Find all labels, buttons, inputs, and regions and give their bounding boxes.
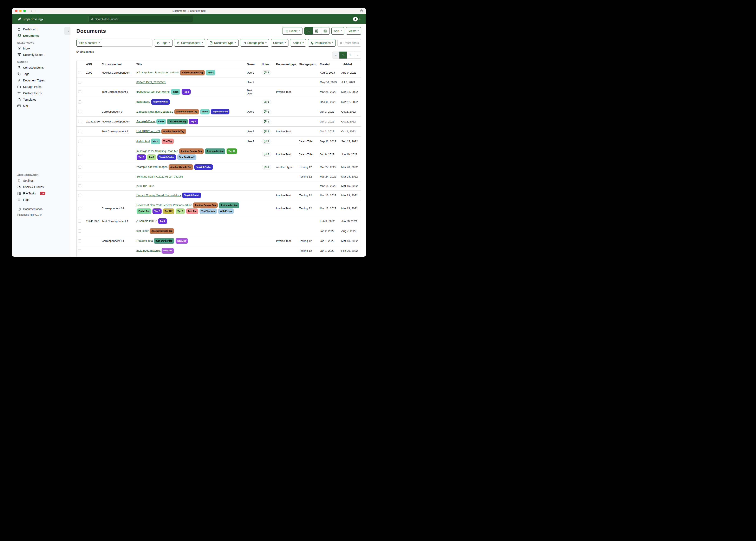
cell-correspondent[interactable]: Correspondent 14: [100, 236, 135, 246]
tag-pill[interactable]: Test Tag: [186, 209, 198, 214]
cell-correspondent[interactable]: [100, 181, 135, 191]
tag-pill[interactable]: TagWithPartial: [182, 193, 201, 198]
field-selector-button[interactable]: Title & content: [76, 39, 102, 47]
cell-document-type[interactable]: Invoice Test: [274, 146, 298, 162]
cell-correspondent[interactable]: Correspondent 9: [100, 107, 135, 117]
tag-pill[interactable]: Partial Tag: [137, 209, 151, 214]
cell-document-type[interactable]: [274, 107, 298, 117]
sidebar-item-tags[interactable]: Tags: [12, 71, 70, 77]
cell-storage-path[interactable]: [298, 127, 318, 137]
tag-pill[interactable]: TagWithPartial: [157, 155, 176, 160]
column-header-notes[interactable]: Notes: [260, 61, 274, 68]
row-checkbox[interactable]: [78, 166, 81, 169]
document-link[interactable]: A Sample PDF 2: [136, 220, 157, 223]
column-header-created[interactable]: Created: [318, 61, 340, 68]
row-checkbox[interactable]: [78, 194, 81, 197]
document-link[interactable]: French Country Bread Revised.docx: [136, 194, 181, 197]
cell-storage-path[interactable]: Year - Title: [298, 137, 318, 146]
document-link[interactable]: [paperless] test post-owner: [136, 90, 170, 93]
grid-view-button[interactable]: [313, 27, 321, 35]
cell-correspondent[interactable]: [100, 146, 135, 162]
tag-pill[interactable]: Another Sample Tag: [180, 70, 205, 76]
storage-path-filter-button[interactable]: Storage path: [240, 39, 269, 47]
document-link[interactable]: multi-page-mixedxx: [136, 249, 161, 252]
tag-pill[interactable]: NewOne: [176, 238, 188, 244]
cell-document-type[interactable]: [274, 246, 298, 256]
pagination-page-2[interactable]: 2: [347, 52, 354, 59]
tag-pill[interactable]: Another Sample Tag: [150, 228, 174, 234]
list-view-button[interactable]: [304, 27, 313, 35]
sidebar-item-dashboard[interactable]: Dashboard: [12, 26, 70, 32]
correspondent-filter-button[interactable]: Correspondent: [174, 39, 206, 47]
notes-pill[interactable]: 2: [262, 70, 271, 75]
sidebar-item-documents[interactable]: Documents: [12, 32, 70, 39]
cell-correspondent[interactable]: [100, 137, 135, 146]
cell-storage-path[interactable]: Testing 12: [298, 172, 318, 182]
document-link[interactable]: Review-of-New-York-Federal-Petitions-art…: [136, 204, 192, 207]
cell-storage-path[interactable]: [298, 216, 318, 226]
cell-storage-path[interactable]: [298, 117, 318, 127]
tags-filter-button[interactable]: Tags: [154, 39, 172, 47]
sidebar-item-templates[interactable]: Templates: [12, 96, 70, 103]
cell-correspondent[interactable]: Newest Correspondent: [100, 68, 135, 78]
tag-pill[interactable]: Just another tag: [154, 238, 174, 244]
tag-pill[interactable]: Tag 222: [163, 209, 174, 214]
column-header-storage-path[interactable]: Storage path: [298, 61, 318, 68]
column-header-owner[interactable]: Owner: [245, 61, 260, 68]
document-link[interactable]: 1 Testing New Title Updated 2: [136, 110, 173, 113]
tag-pill[interactable]: Just another tag: [167, 119, 188, 124]
row-checkbox[interactable]: [78, 90, 81, 93]
pagination-next-button[interactable]: »: [354, 52, 361, 59]
tag-pill[interactable]: Another Sample Tag: [161, 129, 186, 134]
cell-correspondent[interactable]: [100, 97, 135, 107]
notes-pill[interactable]: 1: [262, 110, 271, 114]
select-button[interactable]: Select: [282, 27, 302, 35]
tag-pill[interactable]: Tag 2: [158, 218, 167, 224]
tag-pill[interactable]: TagWithPartial: [151, 99, 170, 105]
document-link[interactable]: H7_Napoleon_Bonaparte_zadanie: [136, 71, 179, 74]
column-header-asn[interactable]: ASN: [84, 61, 100, 68]
cell-correspondent[interactable]: [100, 191, 135, 201]
cell-correspondent[interactable]: [100, 172, 135, 182]
cell-storage-path[interactable]: [298, 78, 318, 87]
sidebar-item-users-groups[interactable]: Users & Groups: [12, 184, 70, 190]
cell-document-type[interactable]: [274, 137, 298, 146]
tag-pill[interactable]: Another Sample Tag: [169, 164, 193, 170]
cell-document-type[interactable]: Invoice Test: [274, 236, 298, 246]
cell-document-type[interactable]: [274, 181, 298, 191]
tag-pill[interactable]: Tag 2: [152, 209, 162, 214]
tag-pill[interactable]: Inbox: [206, 70, 215, 76]
cell-correspondent[interactable]: Test Correspondent 1: [100, 216, 135, 226]
row-checkbox[interactable]: [78, 220, 81, 223]
document-link[interactable]: InDesign 2022 Scripting Read Me: [136, 150, 178, 153]
tag-pill[interactable]: Another Sample Tag: [179, 149, 204, 154]
notes-pill[interactable]: 1: [262, 139, 271, 144]
cell-storage-path[interactable]: Testing 12: [298, 236, 318, 246]
sidebar-item-settings[interactable]: ⚙Settings: [12, 177, 70, 184]
row-checkbox[interactable]: [78, 184, 81, 188]
column-header-correspondent[interactable]: Correspondent: [100, 61, 135, 68]
cell-storage-path[interactable]: Testing 12: [298, 201, 318, 216]
row-checkbox[interactable]: [78, 249, 81, 253]
document-link[interactable]: ReadMe Test: [136, 239, 153, 242]
tag-pill[interactable]: Test Tag: [162, 139, 174, 144]
notes-pill[interactable]: 1: [262, 100, 271, 104]
cell-document-type[interactable]: Invoice Test: [274, 191, 298, 201]
column-header-title[interactable]: Title: [135, 61, 245, 68]
added-filter-button[interactable]: Added: [290, 39, 306, 47]
cell-storage-path[interactable]: [298, 68, 318, 78]
detail-view-button[interactable]: [321, 27, 330, 35]
document-link[interactable]: 2sample-pdf-with-images: [136, 165, 168, 169]
row-checkbox[interactable]: [78, 140, 81, 143]
tag-pill[interactable]: Test Tag New 2: [177, 155, 196, 160]
cell-correspondent[interactable]: Correspondent 14: [100, 201, 135, 216]
sort-button[interactable]: Sort: [331, 27, 344, 35]
cell-document-type[interactable]: [274, 117, 298, 127]
filter-text-input[interactable]: [102, 39, 152, 47]
cell-document-type[interactable]: [274, 256, 298, 257]
cell-document-type[interactable]: [274, 172, 298, 182]
sidebar-item-file-tasks[interactable]: File Tasks16: [12, 190, 70, 197]
row-checkbox[interactable]: [78, 240, 81, 243]
cell-storage-path[interactable]: Testing 12: [298, 246, 318, 256]
row-checkbox[interactable]: [78, 175, 81, 178]
